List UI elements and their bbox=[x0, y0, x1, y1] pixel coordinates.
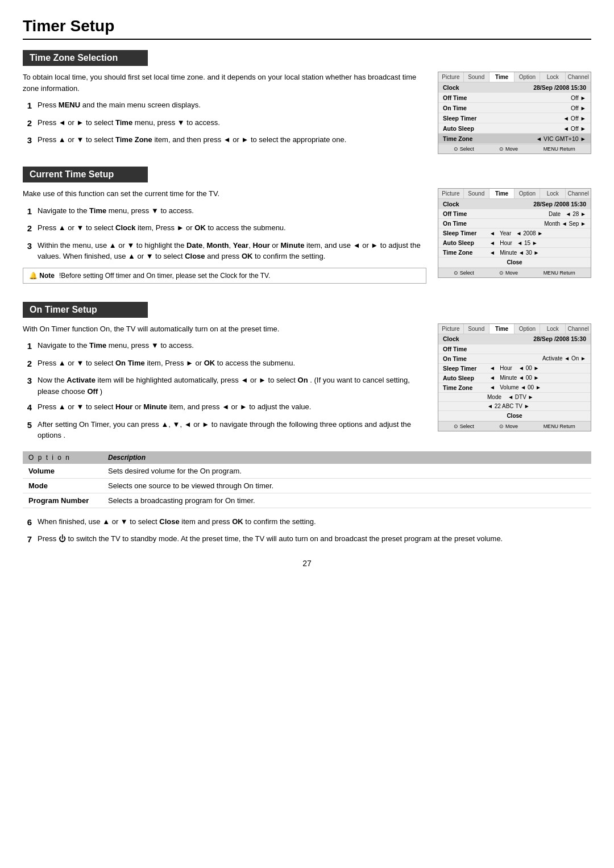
step-item: 2 Press ▲ or ▼ to select Clock item, Pre… bbox=[23, 222, 426, 235]
step-item: 1 Navigate to the Time menu, press ▼ to … bbox=[23, 340, 426, 353]
step-item: 4 Press ▲ or ▼ to select Hour or Minute … bbox=[23, 401, 426, 414]
option-name: Program Number bbox=[23, 493, 102, 508]
tv-row-label: On Time bbox=[443, 105, 488, 111]
step-item: 3 Press ▲ or ▼ to select Time Zone item,… bbox=[23, 134, 426, 147]
step-item: 5 After setting On Timer, you can press … bbox=[23, 419, 426, 441]
options-row: Program Number Selects a broadcasting pr… bbox=[23, 493, 591, 508]
footer-return: MENU Return bbox=[544, 270, 575, 276]
tab-lock: Lock bbox=[540, 324, 566, 334]
option-name: Mode bbox=[23, 478, 102, 493]
tv-menu-row: Mode ◄ DTV ► bbox=[438, 393, 591, 402]
tab-lock: Lock bbox=[540, 189, 566, 198]
tab-picture: Picture bbox=[438, 189, 464, 198]
tv-menu-row: Sleep Timer ◄ Hour ◄ 00 ► bbox=[438, 364, 591, 373]
step-text: Press ▲ or ▼ to select Hour or Minute it… bbox=[38, 401, 426, 414]
on-timer-section: On Timer Setup With On Timer function On… bbox=[23, 302, 591, 546]
timezone-intro: To obtain local time, you should first s… bbox=[23, 72, 426, 94]
tv-row-label: Auto Sleep bbox=[443, 375, 488, 381]
tab-channel: Channel bbox=[566, 324, 591, 334]
tv-sub-row: Activate ◄ On ► bbox=[542, 355, 586, 362]
tv-row-label: On Time bbox=[443, 220, 488, 227]
tv-menu-row: Auto Sleep ◄ Off ► bbox=[438, 123, 591, 134]
step-number: 1 bbox=[23, 99, 32, 113]
tv-sub-row: ◄ Minute ◄ 30 ► bbox=[489, 250, 540, 256]
tv-sub-row: ◄ Volume ◄ 00 ► bbox=[489, 384, 541, 391]
tv-row-label: Time Zone bbox=[443, 135, 488, 142]
tv-menu-row-selected: Time Zone ◄ VIC GMT+10 ► bbox=[438, 134, 591, 144]
tv-footer-3: ⊙ Select ⊙ Move MENU Return bbox=[438, 421, 591, 431]
tv-sub-row: Date ◄ 28 ► bbox=[549, 211, 586, 217]
current-time-header: Current Time Setup bbox=[23, 167, 148, 182]
tv-menu-row: Sleep Timer ◄ Year ◄ 2008 ► bbox=[438, 229, 591, 238]
on-timer-intro: With On Timer function On, the TV will a… bbox=[23, 323, 426, 335]
step-item: 2 Press ◄ or ► to select Time menu, pres… bbox=[23, 117, 426, 130]
tv-menu-row: On Time Activate ◄ On ► bbox=[438, 354, 591, 364]
step-number: 7 bbox=[23, 533, 32, 546]
footer-return: MENU Return bbox=[544, 423, 575, 429]
col-description: Description bbox=[102, 451, 591, 464]
step-text: Press ◄ or ► to select Time menu, press … bbox=[38, 117, 426, 130]
step-number: 3 bbox=[23, 240, 32, 262]
tv-close-row: Close bbox=[438, 411, 591, 421]
tv-menu-row: Off Time bbox=[438, 344, 591, 354]
tv-row-label: Time Zone bbox=[443, 249, 488, 256]
step-number: 1 bbox=[23, 340, 32, 353]
step-item: 3 Now the Activate item will be highligh… bbox=[23, 375, 426, 397]
tv-mockup-2: Picture Sound Time Option Lock Channel C… bbox=[438, 188, 591, 278]
current-time-steps: 1 Navigate to the Time menu, press ▼ to … bbox=[23, 205, 426, 262]
tab-time: Time bbox=[489, 72, 515, 82]
tv-menu-row: Auto Sleep ◄ Minute ◄ 00 ► bbox=[438, 373, 591, 383]
tab-picture: Picture bbox=[438, 324, 464, 334]
tv-sub-row: ◄ 22 ABC TV ► bbox=[487, 403, 530, 409]
tv-row-value: 28/Sep /2008 15:30 bbox=[488, 201, 586, 207]
tv-sub-row: ◄ Hour ◄ 00 ► bbox=[489, 365, 540, 371]
tv-sub-row: Month ◄ Sep ► bbox=[544, 221, 586, 227]
step-text: After setting On Timer, you can press ▲,… bbox=[38, 419, 426, 441]
step-number: 1 bbox=[23, 205, 32, 218]
tv-row-label: Time Zone bbox=[443, 384, 488, 391]
step-number: 6 bbox=[23, 516, 32, 529]
tv-row-value: ◄ Off ► bbox=[488, 125, 586, 132]
page-number: 27 bbox=[23, 559, 591, 568]
tv-tabs: Picture Sound Time Option Lock Channel bbox=[438, 72, 591, 82]
tv-sub-row: ◄ Hour ◄ 15 ► bbox=[489, 240, 538, 246]
tv-footer: ⊙ Select ⊙ Move MENU Return bbox=[438, 144, 591, 153]
step-item: 7 Press ⏻ to switch the TV to standby mo… bbox=[23, 533, 591, 546]
tv-mockup: Picture Sound Time Option Lock Channel C… bbox=[438, 72, 591, 154]
step-text: Now the Activate item will be highlighte… bbox=[38, 375, 426, 397]
timezone-header: Time Zone Selection bbox=[23, 50, 148, 66]
tv-row-value: ◄ VIC GMT+10 ► bbox=[488, 135, 586, 142]
step-text: Press ⏻ to switch the TV to standby mode… bbox=[38, 533, 591, 546]
on-timer-steps: 1 Navigate to the Time menu, press ▼ to … bbox=[23, 340, 426, 441]
tab-lock: Lock bbox=[540, 72, 566, 82]
tv-clock-row: Clock 28/Sep /2008 15:30 bbox=[438, 82, 591, 93]
footer-select: ⊙ Select bbox=[454, 423, 474, 429]
tv-row-label: Auto Sleep bbox=[443, 239, 488, 246]
step-text: Within the menu, use ▲ or ▼ to highlight… bbox=[38, 240, 426, 262]
tv-menu-row: Sleep Timer ◄ Off ► bbox=[438, 113, 591, 123]
tv-row-label: Sleep Timer bbox=[443, 365, 488, 372]
timezone-section: Time Zone Selection To obtain local time… bbox=[23, 50, 591, 154]
current-time-section: Current Time Setup Make use of this func… bbox=[23, 167, 591, 289]
tv-menu-row: Off Time Date ◄ 28 ► bbox=[438, 209, 591, 219]
tv-menu-row: On Time Month ◄ Sep ► bbox=[438, 219, 591, 229]
tv-menu-row: Auto Sleep ◄ Hour ◄ 15 ► bbox=[438, 238, 591, 248]
footer-select: ⊙ Select bbox=[454, 270, 474, 276]
page-title: Timer Setup bbox=[23, 17, 591, 40]
step-text: Press ▲ or ▼ to select Clock item, Press… bbox=[38, 222, 426, 235]
on-timer-instructions: With On Timer function On, the TV will a… bbox=[23, 323, 426, 446]
tab-time: Time bbox=[489, 324, 515, 334]
footer-select: ⊙ Select bbox=[454, 146, 474, 152]
step-number: 2 bbox=[23, 222, 32, 235]
tv-row-label: Clock bbox=[443, 335, 488, 342]
tv-row-label: Sleep Timer bbox=[443, 230, 488, 236]
tv-row-value: Off ► bbox=[488, 105, 586, 111]
tv-row-label: Clock bbox=[443, 201, 488, 207]
tab-option: Option bbox=[515, 72, 540, 82]
col-option: O p t i o n bbox=[23, 451, 102, 464]
footer-move: ⊙ Move bbox=[499, 423, 518, 429]
tv-sub-row: ◄ Minute ◄ 00 ► bbox=[489, 375, 540, 381]
tv-row-value: ◄ Off ► bbox=[488, 115, 586, 122]
option-desc: Selects a broadcasting program for On ti… bbox=[102, 493, 591, 508]
tv-menu-row: Time Zone ◄ Minute ◄ 30 ► bbox=[438, 248, 591, 258]
